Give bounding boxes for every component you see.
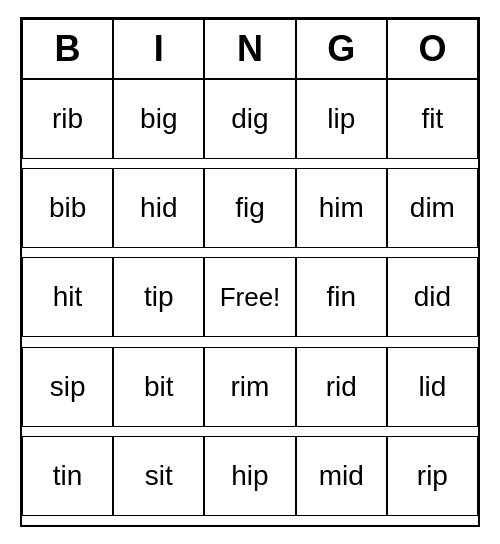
header-cell-i: I [113, 19, 204, 79]
cell-r4-c3: mid [296, 436, 387, 516]
cell-r2-c1: tip [113, 257, 204, 337]
cell-r2-c2: Free! [204, 257, 295, 337]
cell-r1-c3: him [296, 168, 387, 248]
cell-r4-c0: tin [22, 436, 113, 516]
cell-r0-c3: lip [296, 79, 387, 159]
cell-r2-c4: did [387, 257, 478, 337]
cell-r4-c1: sit [113, 436, 204, 516]
cell-r1-c4: dim [387, 168, 478, 248]
cell-r2-c0: hit [22, 257, 113, 337]
cell-r0-c1: big [113, 79, 204, 159]
header-cell-o: O [387, 19, 478, 79]
cell-r0-c4: fit [387, 79, 478, 159]
cell-r3-c2: rim [204, 347, 295, 427]
cell-r0-c0: rib [22, 79, 113, 159]
header-cell-n: N [204, 19, 295, 79]
cell-r1-c1: hid [113, 168, 204, 248]
header-cell-b: B [22, 19, 113, 79]
cell-r1-c0: bib [22, 168, 113, 248]
cell-r4-c4: rip [387, 436, 478, 516]
cell-r2-c3: fin [296, 257, 387, 337]
cell-r4-c2: hip [204, 436, 295, 516]
cell-r3-c4: lid [387, 347, 478, 427]
cell-r3-c3: rid [296, 347, 387, 427]
cell-r1-c2: fig [204, 168, 295, 248]
cell-r0-c2: dig [204, 79, 295, 159]
header-cell-g: G [296, 19, 387, 79]
bingo-card: BINGOribbigdiglipfitbibhidfighimdimhitti… [20, 17, 480, 527]
cell-r3-c0: sip [22, 347, 113, 427]
cell-r3-c1: bit [113, 347, 204, 427]
